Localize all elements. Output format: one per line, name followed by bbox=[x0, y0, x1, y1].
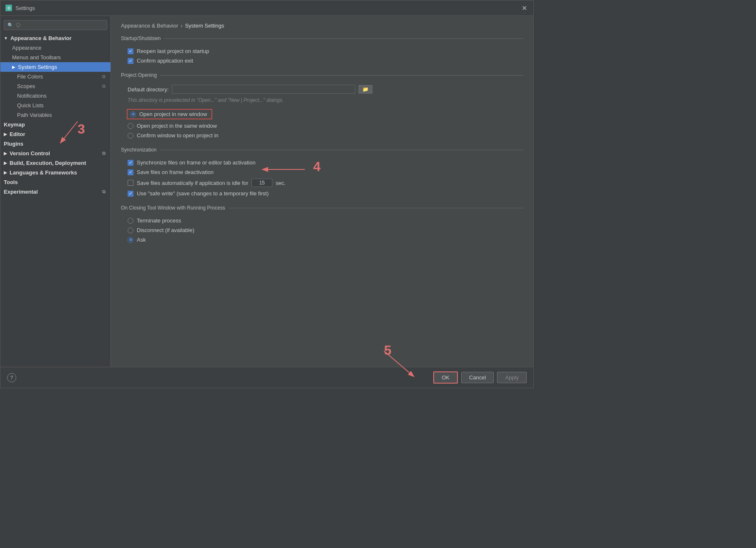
title-bar: ⚙ Settings ✕ bbox=[0, 0, 533, 16]
chevron-right-icon: ▶ bbox=[4, 151, 7, 156]
open-same-window-radio[interactable] bbox=[128, 123, 133, 129]
browse-button[interactable]: 📁 bbox=[359, 85, 372, 93]
search-icon: 🔍 bbox=[8, 23, 13, 28]
apply-button[interactable]: Apply bbox=[497, 372, 527, 383]
save-idle-checkbox[interactable] bbox=[128, 180, 133, 186]
help-button[interactable]: ? bbox=[7, 373, 16, 382]
confirm-window-radio[interactable] bbox=[128, 133, 133, 139]
sync-files-checkbox[interactable] bbox=[128, 160, 133, 166]
sidebar-item-plugins[interactable]: Plugins bbox=[0, 139, 111, 149]
cancel-button[interactable]: Cancel bbox=[461, 372, 494, 383]
disconnect-row: Disconnect (if available) bbox=[121, 225, 523, 235]
closing-tool-header: On Closing Tool Window with Running Proc… bbox=[121, 205, 523, 211]
sidebar-item-label: Version Control bbox=[10, 150, 50, 157]
sidebar-item-label: Notifications bbox=[17, 93, 47, 99]
sidebar-item-label: File Colors bbox=[17, 73, 43, 80]
terminate-process-radio[interactable] bbox=[128, 218, 133, 224]
project-opening-section: Project Opening Default directory: 📁 Thi… bbox=[121, 72, 523, 140]
idle-seconds-input[interactable] bbox=[251, 179, 272, 187]
sidebar-item-menus-toolbars[interactable]: Menus and Toolbars bbox=[0, 53, 111, 62]
ask-label: Ask bbox=[137, 237, 146, 243]
sidebar-item-editor[interactable]: ▶ Editor bbox=[0, 129, 111, 139]
sidebar: 🔍 ▼ Appearance & Behavior Appearance Men… bbox=[0, 16, 111, 367]
chevron-right-icon: ▶ bbox=[4, 161, 7, 165]
confirm-exit-checkbox[interactable] bbox=[128, 58, 133, 64]
synchronization-title: Synchronization bbox=[121, 147, 160, 153]
sidebar-item-notifications[interactable]: Notifications bbox=[0, 91, 111, 101]
startup-shutdown-header: Startup/Shutdown bbox=[121, 35, 523, 41]
sidebar-item-label: Menus and Toolbars bbox=[12, 54, 61, 61]
ask-radio[interactable] bbox=[128, 237, 133, 243]
default-directory-label: Default directory: bbox=[128, 86, 168, 93]
confirm-window-row: Confirm window to open project in bbox=[121, 131, 523, 140]
open-same-window-label: Open project in the same window bbox=[137, 123, 217, 129]
safe-write-checkbox[interactable] bbox=[128, 191, 133, 197]
content-area: 🔍 ▼ Appearance & Behavior Appearance Men… bbox=[0, 16, 533, 367]
settings-window: ⚙ Settings ✕ 🔍 ▼ Appearance & Behavior A… bbox=[0, 0, 534, 388]
disconnect-radio[interactable] bbox=[128, 227, 133, 233]
section-divider bbox=[160, 75, 523, 76]
sidebar-item-version-control[interactable]: ▶ Version Control ⧉ bbox=[0, 149, 111, 158]
synchronization-header: Synchronization bbox=[121, 147, 523, 153]
sidebar-item-system-settings[interactable]: ▶ System Settings bbox=[0, 62, 111, 72]
startup-shutdown-title: Startup/Shutdown bbox=[121, 35, 164, 41]
sidebar-item-label: Plugins bbox=[4, 141, 23, 147]
sidebar-item-appearance[interactable]: Appearance bbox=[0, 43, 111, 53]
sidebar-item-experimental[interactable]: Experimental ⧉ bbox=[0, 187, 111, 197]
title-bar-left: ⚙ Settings bbox=[5, 5, 35, 11]
close-button[interactable]: ✕ bbox=[520, 4, 528, 12]
confirm-exit-label: Confirm application exit bbox=[137, 58, 193, 64]
sidebar-item-label: Quick Lists bbox=[17, 102, 44, 109]
confirm-exit-row: Confirm application exit bbox=[121, 56, 523, 66]
save-idle-label: Save files automatically if application … bbox=[137, 180, 248, 186]
sidebar-item-build-execution[interactable]: ▶ Build, Execution, Deployment bbox=[0, 158, 111, 168]
open-new-window-radio[interactable] bbox=[130, 111, 136, 117]
search-input[interactable] bbox=[16, 22, 103, 28]
sidebar-item-path-variables[interactable]: Path Variables bbox=[0, 110, 111, 120]
chevron-right-icon: ▶ bbox=[4, 170, 7, 175]
app-icon: ⚙ bbox=[5, 5, 12, 11]
sidebar-item-languages-frameworks[interactable]: ▶ Languages & Frameworks bbox=[0, 168, 111, 177]
sidebar-item-label: Languages & Frameworks bbox=[10, 169, 77, 176]
sidebar-item-file-colors[interactable]: File Colors ⧉ bbox=[0, 72, 111, 81]
sidebar-item-keymap[interactable]: Keymap bbox=[0, 120, 111, 129]
project-opening-header: Project Opening bbox=[121, 72, 523, 78]
sidebar-item-scopes[interactable]: Scopes ⧉ bbox=[0, 81, 111, 91]
ok-button[interactable]: OK bbox=[433, 371, 458, 384]
version-control-icon: ⧉ bbox=[102, 151, 105, 156]
open-new-window-row: Open project in new window bbox=[121, 107, 523, 121]
save-deactivation-checkbox[interactable] bbox=[128, 169, 133, 175]
file-colors-icon: ⧉ bbox=[102, 74, 105, 79]
open-new-window-label: Open project in new window bbox=[139, 111, 207, 117]
default-directory-row: Default directory: 📁 bbox=[121, 83, 523, 96]
search-box[interactable]: 🔍 bbox=[4, 20, 107, 30]
sidebar-item-label: Tools bbox=[4, 179, 18, 185]
directory-hint: This directory is preselected in "Open..… bbox=[121, 97, 523, 103]
save-idle-row: Save files automatically if application … bbox=[121, 177, 523, 189]
seconds-label: sec. bbox=[276, 180, 286, 186]
open-new-window-highlight: Open project in new window bbox=[127, 109, 212, 119]
window-title: Settings bbox=[15, 5, 35, 11]
project-opening-title: Project Opening bbox=[121, 72, 160, 78]
closing-tool-section: On Closing Tool Window with Running Proc… bbox=[121, 205, 523, 245]
default-directory-input[interactable] bbox=[172, 85, 355, 94]
section-divider bbox=[229, 208, 523, 208]
sidebar-item-quick-lists[interactable]: Quick Lists bbox=[0, 101, 111, 110]
sidebar-item-label: Keymap bbox=[4, 121, 25, 128]
reopen-last-project-row: Reopen last project on startup bbox=[121, 46, 523, 56]
sidebar-item-label: Build, Execution, Deployment bbox=[10, 160, 86, 166]
disconnect-label: Disconnect (if available) bbox=[137, 227, 194, 233]
sidebar-item-tools[interactable]: Tools bbox=[0, 177, 111, 187]
sidebar-item-label: Scopes bbox=[17, 83, 35, 89]
experimental-icon: ⧉ bbox=[102, 189, 105, 194]
ask-row: Ask bbox=[121, 235, 523, 245]
breadcrumb: Appearance & Behavior › System Settings bbox=[121, 23, 523, 29]
sidebar-item-label: Editor bbox=[10, 131, 25, 137]
closing-tool-title: On Closing Tool Window with Running Proc… bbox=[121, 205, 229, 211]
reopen-last-project-checkbox[interactable] bbox=[128, 48, 133, 54]
terminate-process-row: Terminate process bbox=[121, 216, 523, 225]
sidebar-item-appearance-behavior[interactable]: ▼ Appearance & Behavior bbox=[0, 33, 111, 43]
safe-write-label: Use "safe write" (save changes to a temp… bbox=[137, 190, 269, 197]
section-divider bbox=[164, 38, 523, 39]
sidebar-item-label: Experimental bbox=[4, 189, 38, 195]
